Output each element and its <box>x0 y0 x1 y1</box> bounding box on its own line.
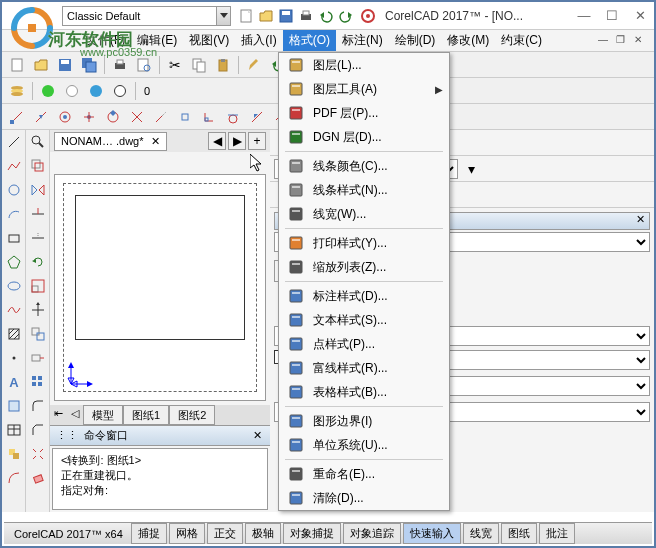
line-tool-icon[interactable] <box>3 131 25 153</box>
region-tool-icon[interactable] <box>3 395 25 417</box>
save-icon[interactable] <box>277 7 295 25</box>
status-button-8[interactable]: 图纸 <box>501 523 537 544</box>
next-doc-button[interactable]: ▶ <box>228 132 246 150</box>
arc-tool-icon[interactable] <box>3 203 25 225</box>
new-icon[interactable] <box>6 54 28 76</box>
close-button[interactable]: ✕ <box>626 4 654 28</box>
new-doc-icon[interactable] <box>237 7 255 25</box>
add-doc-button[interactable]: + <box>248 132 266 150</box>
sheet-tab-model[interactable]: 模型 <box>83 405 123 425</box>
status-button-6[interactable]: 快速输入 <box>403 523 461 544</box>
sheet-nav-first-icon[interactable]: ⇤ <box>50 405 67 425</box>
hatch-tool-icon[interactable] <box>3 323 25 345</box>
menu-modify[interactable]: 修改(M) <box>441 30 495 51</box>
snap-nearest-icon[interactable] <box>246 106 268 128</box>
move-tool-icon[interactable] <box>27 299 49 321</box>
sheet-tab-1[interactable]: 图纸1 <box>123 405 169 425</box>
mdi-close-button[interactable]: ✕ <box>634 34 648 48</box>
trim-tool-icon[interactable] <box>27 203 49 225</box>
open-icon[interactable] <box>30 54 52 76</box>
visibility-icon[interactable] <box>37 80 59 102</box>
menu-format[interactable]: 格式(O) <box>283 30 336 51</box>
menu-item-point-style[interactable]: 点样式(P)... <box>279 332 449 356</box>
status-button-7[interactable]: 线宽 <box>463 523 499 544</box>
menu-item-line-width[interactable]: 线宽(W)... <box>279 202 449 226</box>
stretch-tool-icon[interactable] <box>27 347 49 369</box>
offset-tool-icon[interactable] <box>27 155 49 177</box>
drawing-canvas[interactable] <box>54 174 266 401</box>
outline-marker-icon[interactable] <box>109 80 131 102</box>
menu-item-table-style[interactable]: 表格样式(B)... <box>279 380 449 404</box>
snap-midpoint-icon[interactable] <box>30 106 52 128</box>
mdi-restore-button[interactable]: ❐ <box>616 34 630 48</box>
mirror-tool-icon[interactable] <box>27 179 49 201</box>
style-preset-select[interactable] <box>62 6 217 26</box>
status-button-1[interactable]: 网格 <box>169 523 205 544</box>
snap-node-icon[interactable] <box>78 106 100 128</box>
array-tool-icon[interactable] <box>27 371 49 393</box>
curve-tool-icon[interactable] <box>3 467 25 489</box>
sheet-nav-prev-icon[interactable]: ◁ <box>67 405 83 425</box>
menu-item-pdf[interactable]: PDF 层(P)... <box>279 101 449 125</box>
menu-view[interactable]: 视图(V) <box>183 30 235 51</box>
menu-item-print-style[interactable]: 打印样式(Y)... <box>279 231 449 255</box>
print-icon[interactable] <box>297 7 315 25</box>
command-panel-close-icon[interactable]: ✕ <box>250 429 264 443</box>
maximize-button[interactable]: ☐ <box>598 4 626 28</box>
snap-endpoint-icon[interactable] <box>6 106 28 128</box>
menu-dimension[interactable]: 标注(N) <box>336 30 389 51</box>
grip-icon[interactable]: ⋮⋮ <box>56 429 78 442</box>
status-button-5[interactable]: 对象追踪 <box>343 523 401 544</box>
panel-close-icon[interactable]: ✕ <box>632 213 649 229</box>
zoom-tool-icon[interactable] <box>27 131 49 153</box>
menu-insert[interactable]: 插入(I) <box>235 30 282 51</box>
table-tool-icon[interactable] <box>3 419 25 441</box>
undo-icon[interactable] <box>317 7 335 25</box>
erase-tool-icon[interactable] <box>27 467 49 489</box>
redo-icon[interactable] <box>337 7 355 25</box>
menu-item-text-style[interactable]: 文本样式(S)... <box>279 308 449 332</box>
spline-tool-icon[interactable] <box>3 299 25 321</box>
ellipse-tool-icon[interactable] <box>3 275 25 297</box>
layer-mgr-icon[interactable] <box>6 80 28 102</box>
style-preset-dropdown-button[interactable] <box>217 6 231 26</box>
document-tab[interactable]: NONAM… .dwg* ✕ <box>54 132 167 151</box>
menu-item-scale-list[interactable]: 缩放列表(Z)... <box>279 255 449 279</box>
menu-item-rename[interactable]: 重命名(E)... <box>279 462 449 486</box>
rect-tool-icon[interactable] <box>3 227 25 249</box>
menu-constraint[interactable]: 约束(C) <box>495 30 548 51</box>
snap-center-icon[interactable] <box>54 106 76 128</box>
command-output[interactable]: <转换到: 图纸1> 正在重建视口。 指定对角: <box>52 448 268 510</box>
menu-item-line-style[interactable]: 线条样式(N)... <box>279 178 449 202</box>
chamfer-tool-icon[interactable] <box>27 419 49 441</box>
dropdown-icon[interactable]: ▾ <box>460 158 482 180</box>
menu-item-line-color[interactable]: 线条颜色(C)... <box>279 154 449 178</box>
snap-intersection-icon[interactable] <box>126 106 148 128</box>
snap-extension-icon[interactable] <box>150 106 172 128</box>
status-button-2[interactable]: 正交 <box>207 523 243 544</box>
menu-item-units[interactable]: 单位系统(U)... <box>279 433 449 457</box>
status-button-4[interactable]: 对象捕捉 <box>283 523 341 544</box>
extend-tool-icon[interactable] <box>27 227 49 249</box>
fillet-tool-icon[interactable] <box>27 395 49 417</box>
polyline-tool-icon[interactable] <box>3 155 25 177</box>
block-tool-icon[interactable] <box>3 443 25 465</box>
rotate-tool-icon[interactable] <box>27 251 49 273</box>
open-folder-icon[interactable] <box>257 7 275 25</box>
snap-quadrant-icon[interactable] <box>102 106 124 128</box>
prev-doc-button[interactable]: ◀ <box>208 132 226 150</box>
menu-item-layer-tools[interactable]: 图层工具(A)▶ <box>279 77 449 101</box>
circle-tool-icon[interactable] <box>3 179 25 201</box>
snap-insert-icon[interactable] <box>174 106 196 128</box>
text-tool-icon[interactable]: A <box>3 371 25 393</box>
status-button-9[interactable]: 批注 <box>539 523 575 544</box>
menu-item-rich-line[interactable]: 富线样式(R)... <box>279 356 449 380</box>
blue-marker-icon[interactable] <box>85 80 107 102</box>
menu-draw[interactable]: 绘制(D) <box>389 30 442 51</box>
snap-tangent-icon[interactable] <box>222 106 244 128</box>
close-tab-icon[interactable]: ✕ <box>151 135 160 147</box>
copy-icon[interactable] <box>188 54 210 76</box>
save-icon[interactable] <box>54 54 76 76</box>
cut-icon[interactable]: ✂ <box>164 54 186 76</box>
brush-icon[interactable] <box>243 54 265 76</box>
